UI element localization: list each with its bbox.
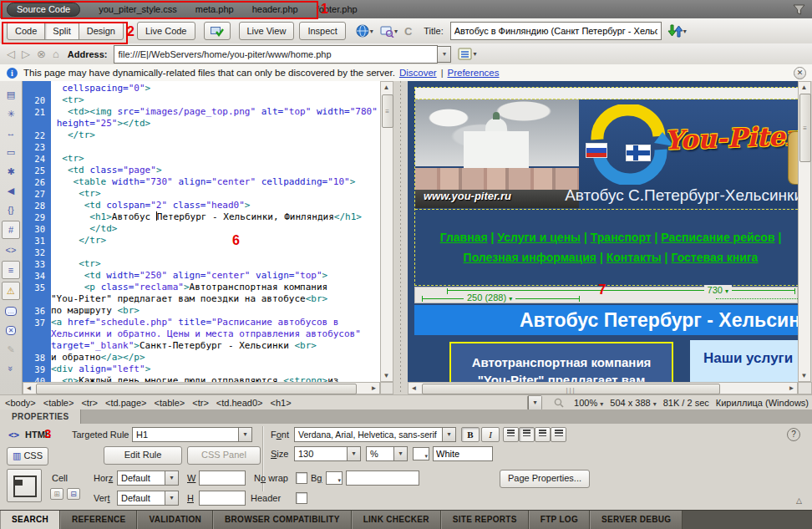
code-line[interactable]: Хельсинки и обратно. Цены и места отправ… [23, 328, 380, 340]
stop-icon[interactable]: ⊗ [37, 48, 46, 60]
results-tab-browser-compatibility[interactable]: BROWSER COMPATIBILITY [213, 511, 352, 529]
forward-icon[interactable]: ▷ [22, 48, 30, 60]
code-line[interactable]: 38и обратно</a></p> [23, 352, 380, 364]
code-line[interactable]: cellspacing="0"> [23, 83, 380, 94]
tag-selector-item[interactable]: <table> [155, 398, 185, 408]
results-tab-search[interactable]: SEARCH [0, 511, 60, 529]
filter-icon[interactable] [793, 4, 805, 15]
code-line[interactable]: 39<div align="left"> [23, 364, 380, 375]
code-line[interactable]: 20 <tr> [23, 94, 380, 106]
tag-selector-item[interactable]: <tr> [192, 398, 209, 408]
css-mode-button[interactable]: ▥ CSS [7, 447, 48, 465]
code-navigator-icon[interactable]: ✳ [3, 105, 19, 122]
code-line[interactable]: target="_blank">Санкт-Петербург - Хельси… [23, 340, 380, 352]
back-icon[interactable]: ◁ [7, 48, 15, 60]
highlight-invalid-code-icon[interactable]: <> [3, 242, 19, 258]
line-numbers-icon[interactable]: # [2, 221, 20, 239]
select-parent-tag-icon[interactable]: ◀ [3, 182, 19, 199]
select-tool-icon[interactable] [527, 395, 542, 410]
zoom-tool-icon[interactable] [551, 396, 567, 409]
file-compare-icon[interactable] [204, 22, 231, 40]
home-icon[interactable]: ⌂ [53, 48, 59, 60]
refresh-icon[interactable]: C [404, 25, 412, 38]
code-line[interactable]: 35 <p class="reclama">Автотранспортная к… [23, 282, 380, 293]
code-line[interactable]: 29 <h1>Автобус Петербург - Хельсинки, Фи… [23, 211, 380, 223]
properties-tab[interactable]: PROPERTIES [0, 409, 81, 424]
expand-all-icon[interactable]: ✱ [3, 163, 19, 180]
bg-color-input[interactable] [346, 471, 419, 486]
check-browser-compatibility-icon[interactable]: ▾ [380, 25, 398, 38]
discover-link[interactable]: Discover [399, 68, 437, 78]
design-view-pane[interactable]: You-Piter Автобус С.Петербург-Хельсинки … [408, 81, 798, 382]
design-vertical-scrollbar[interactable]: ▲ ▼ ≡ [798, 81, 811, 382]
code-line[interactable]: "You-Piter" предлагает вам поездки на ав… [23, 293, 380, 305]
font-select[interactable]: Verdana, Arial, Helvetica, sans-serif [294, 427, 456, 442]
code-line[interactable]: 21 <td><img src="images/page_top.png" al… [23, 106, 380, 118]
window-size[interactable]: 504 x 388 ▾ [610, 398, 656, 408]
inspect-button[interactable]: Inspect [299, 22, 345, 40]
text-color-input[interactable] [433, 446, 493, 461]
results-tab-ftp-log[interactable]: FTP LOG [529, 511, 590, 529]
code-line[interactable]: 36по маршруту <br> [23, 305, 380, 317]
size-select[interactable]: 130 [294, 446, 361, 461]
address-dropdown-icon[interactable]: ▾ [437, 46, 451, 63]
open-documents-icon[interactable]: ▤ [3, 86, 19, 103]
horz-select[interactable]: Default [117, 471, 179, 486]
title-input[interactable] [450, 22, 662, 40]
results-tab-reference[interactable]: REFERENCE [60, 511, 137, 529]
outer-width-marker[interactable]: 730 ▾ [704, 285, 732, 295]
nav-link[interactable]: Расписание рейсов [661, 231, 774, 244]
table-width-bar[interactable]: 730 ▾ 250 (288) ▾ [414, 287, 798, 303]
size-unit-select[interactable]: % [366, 446, 408, 461]
more-icon[interactable]: » [3, 360, 19, 377]
code-line[interactable]: height="25"></td> [23, 118, 380, 130]
live-code-button[interactable]: Live Code [137, 22, 195, 40]
align-center-button[interactable] [519, 427, 535, 442]
nav-link[interactable]: Транспорт [591, 231, 652, 244]
collapse-panel-icon[interactable]: △ [796, 496, 802, 505]
view-options-icon[interactable]: ▾ [458, 48, 476, 61]
results-tab-validation[interactable]: VALIDATION [137, 511, 213, 529]
css-panel-button[interactable]: CSS Panel [187, 446, 261, 465]
tag-selector-item[interactable]: <td.page> [105, 398, 147, 408]
vert-select[interactable]: Default [117, 491, 179, 506]
align-right-button[interactable] [535, 427, 551, 442]
pane-splitter[interactable] [393, 81, 408, 394]
code-vertical-scrollbar[interactable]: ▲ ▼ ≡ [380, 81, 393, 382]
file-management-icon[interactable]: ▾ [667, 24, 687, 38]
nav-link[interactable]: Главная [440, 231, 488, 244]
tag-selector-item[interactable]: <tr> [81, 398, 98, 408]
code-line[interactable]: 32 [23, 247, 380, 258]
code-line[interactable]: 24 <tr> [23, 153, 380, 165]
tag-selector-item[interactable]: <h1> [271, 398, 292, 408]
nav-link[interactable]: Контакты [606, 251, 662, 264]
close-info-bar-icon[interactable]: ✕ [794, 67, 806, 79]
code-line[interactable]: 37<a href="schedule.php" title="Расписан… [23, 317, 380, 328]
bold-button[interactable]: B [461, 427, 480, 442]
merge-cells-icon[interactable]: ⊞ [50, 488, 63, 500]
height-input[interactable] [199, 491, 246, 506]
nowrap-checkbox[interactable] [296, 472, 307, 484]
balance-braces-icon[interactable]: {} [3, 201, 19, 218]
nav-link[interactable]: Услуги и цены [497, 231, 581, 244]
nav-link[interactable]: Гостевая книга [671, 251, 758, 264]
targeted-rule-select[interactable]: H1 [132, 427, 252, 442]
code-line[interactable]: 34 <td width="250" align="center" valign… [23, 270, 380, 282]
inner-width-marker[interactable]: 250 (288) ▾ [464, 292, 515, 303]
code-horizontal-scrollbar[interactable]: ◄ ► [23, 382, 380, 394]
code-line[interactable]: 30 </td> [23, 223, 380, 235]
help-icon[interactable]: ? [787, 428, 800, 441]
width-input[interactable] [199, 471, 246, 486]
word-wrap-icon[interactable]: ≡ [2, 261, 20, 279]
format-source-code-icon[interactable]: ✎ [3, 341, 19, 358]
zoom-level[interactable]: 100% ▾ [574, 398, 603, 408]
align-left-button[interactable] [503, 427, 519, 442]
collapse-selection-icon[interactable]: ▭ [3, 144, 19, 160]
preview-in-browser-icon[interactable]: ▾ [356, 24, 373, 38]
page-properties-button[interactable]: Page Properties... [500, 470, 590, 488]
code-line[interactable]: 33 <tr> [23, 258, 380, 270]
code-line[interactable]: 26 <table width="730" align="center" cel… [23, 176, 380, 188]
bg-color-swatch[interactable]: ▾ [326, 471, 343, 485]
results-tab-server-debug[interactable]: SERVER DEBUG [590, 511, 683, 529]
results-tab-site-reports[interactable]: SITE REPORTS [441, 511, 529, 529]
